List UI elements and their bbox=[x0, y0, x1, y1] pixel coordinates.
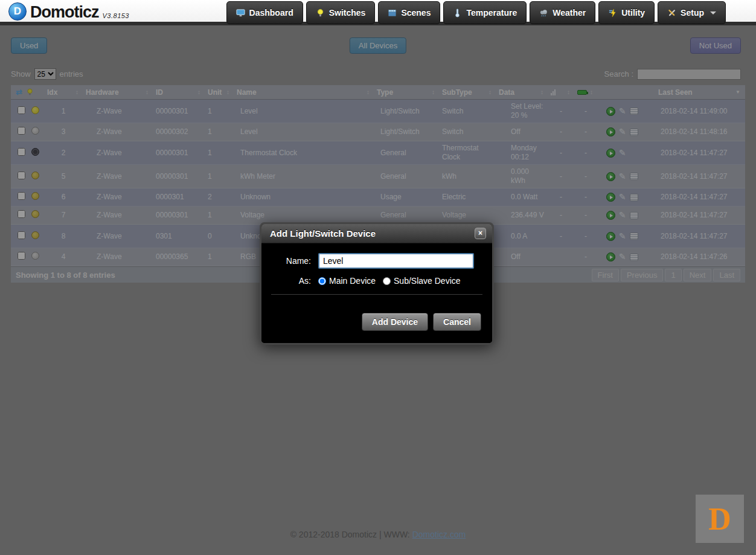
main-nav: Dashboard Switches Scenes Temperature We… bbox=[226, 1, 726, 24]
nav-label: Weather bbox=[553, 8, 586, 18]
sub-slave-device-label: Sub/Slave Device bbox=[394, 276, 461, 286]
weather-icon bbox=[539, 8, 548, 18]
tools-icon bbox=[667, 8, 676, 18]
cancel-button[interactable]: Cancel bbox=[433, 313, 481, 331]
nav-item-weather[interactable]: Weather bbox=[530, 1, 595, 24]
nav-item-temperature[interactable]: Temperature bbox=[443, 1, 527, 24]
as-label: As: bbox=[271, 276, 318, 286]
nav-label: Scenes bbox=[401, 8, 431, 18]
bulb-icon bbox=[316, 8, 325, 18]
nav-label: Switches bbox=[329, 8, 366, 18]
dialog-body: Name: As: Main Device Sub/Slave Device bbox=[261, 243, 492, 303]
add-device-dialog: Add Light/Switch Device × Name: As: Main… bbox=[260, 222, 494, 345]
top-navbar: D Domoticz V3.8153 Dashboard Switches Sc… bbox=[0, 0, 756, 25]
name-field-row: Name: bbox=[271, 253, 482, 269]
dialog-separator bbox=[271, 294, 482, 295]
dialog-titlebar: Add Light/Switch Device × bbox=[261, 224, 492, 243]
main-device-label: Main Device bbox=[329, 276, 376, 286]
nav-item-utility[interactable]: Utility bbox=[598, 1, 655, 24]
dialog-footer: Add Device Cancel bbox=[261, 303, 492, 343]
watermark-letter: D bbox=[708, 501, 731, 537]
name-label: Name: bbox=[271, 256, 318, 266]
add-device-button[interactable]: Add Device bbox=[362, 313, 428, 331]
device-name-input[interactable] bbox=[318, 253, 474, 269]
brand: D Domoticz V3.8153 bbox=[8, 2, 129, 21]
nav-item-setup[interactable]: Setup bbox=[658, 1, 726, 24]
brand-name: Domoticz bbox=[30, 3, 99, 21]
chevron-down-icon bbox=[710, 11, 716, 14]
device-role-radio-group: Main Device Sub/Slave Device bbox=[318, 276, 461, 286]
dashboard-icon bbox=[236, 8, 245, 18]
brand-version: V3.8153 bbox=[103, 12, 129, 21]
nav-label: Temperature bbox=[466, 8, 517, 18]
nav-label: Utility bbox=[621, 8, 645, 18]
sub-slave-device-option[interactable]: Sub/Slave Device bbox=[383, 276, 461, 286]
lightning-icon bbox=[608, 8, 617, 18]
main-device-option[interactable]: Main Device bbox=[318, 276, 376, 286]
as-field-row: As: Main Device Sub/Slave Device bbox=[271, 276, 482, 286]
nav-item-switches[interactable]: Switches bbox=[306, 1, 376, 24]
nav-item-dashboard[interactable]: Dashboard bbox=[226, 1, 303, 24]
nav-label: Dashboard bbox=[249, 8, 293, 18]
close-icon[interactable]: × bbox=[475, 228, 486, 239]
dialog-title: Add Light/Switch Device bbox=[270, 228, 376, 239]
watermark-badge: D bbox=[696, 495, 744, 543]
thermometer-icon bbox=[453, 8, 462, 18]
sub-slave-device-radio[interactable] bbox=[383, 277, 391, 285]
main-device-radio[interactable] bbox=[318, 277, 326, 285]
domoticz-logo-icon: D bbox=[8, 2, 27, 21]
nav-item-scenes[interactable]: Scenes bbox=[378, 1, 440, 24]
scenes-icon bbox=[388, 8, 397, 18]
nav-label: Setup bbox=[681, 8, 704, 18]
